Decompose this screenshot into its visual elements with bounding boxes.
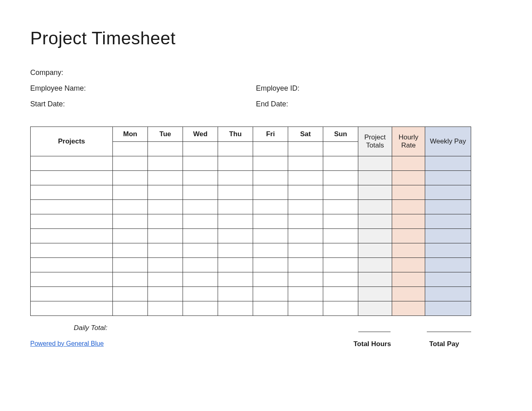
hours-cell[interactable] bbox=[253, 214, 288, 229]
project-name-cell[interactable] bbox=[31, 229, 113, 243]
hours-cell[interactable] bbox=[323, 301, 358, 316]
hours-cell[interactable] bbox=[288, 272, 323, 287]
hourly-rate-cell[interactable] bbox=[392, 287, 425, 301]
project-name-cell[interactable] bbox=[31, 156, 113, 171]
hours-cell[interactable] bbox=[148, 185, 183, 200]
hours-cell[interactable] bbox=[183, 185, 218, 200]
hours-cell[interactable] bbox=[288, 287, 323, 301]
hours-cell[interactable] bbox=[323, 185, 358, 200]
hours-cell[interactable] bbox=[218, 185, 253, 200]
project-name-cell[interactable] bbox=[31, 200, 113, 214]
hours-cell[interactable] bbox=[253, 243, 288, 258]
hours-cell[interactable] bbox=[148, 258, 183, 272]
hours-cell[interactable] bbox=[148, 214, 183, 229]
hours-cell[interactable] bbox=[218, 287, 253, 301]
project-name-cell[interactable] bbox=[31, 301, 113, 316]
hours-cell[interactable] bbox=[288, 214, 323, 229]
hours-cell[interactable] bbox=[323, 272, 358, 287]
powered-by-link[interactable]: Powered by General Blue bbox=[30, 340, 104, 347]
hours-cell[interactable] bbox=[323, 171, 358, 185]
hours-cell[interactable] bbox=[253, 171, 288, 185]
hours-cell[interactable] bbox=[218, 272, 253, 287]
hourly-rate-cell[interactable] bbox=[392, 200, 425, 214]
hours-cell[interactable] bbox=[148, 301, 183, 316]
hourly-rate-cell[interactable] bbox=[392, 214, 425, 229]
hours-cell[interactable] bbox=[183, 171, 218, 185]
hours-cell[interactable] bbox=[113, 272, 148, 287]
hours-cell[interactable] bbox=[113, 229, 148, 243]
hours-cell[interactable] bbox=[288, 185, 323, 200]
hours-cell[interactable] bbox=[288, 243, 323, 258]
hours-cell[interactable] bbox=[218, 229, 253, 243]
date-cell[interactable] bbox=[183, 142, 218, 156]
hours-cell[interactable] bbox=[218, 171, 253, 185]
hours-cell[interactable] bbox=[218, 301, 253, 316]
hours-cell[interactable] bbox=[183, 301, 218, 316]
project-name-cell[interactable] bbox=[31, 185, 113, 200]
hours-cell[interactable] bbox=[113, 243, 148, 258]
hourly-rate-cell[interactable] bbox=[392, 243, 425, 258]
hours-cell[interactable] bbox=[113, 214, 148, 229]
hours-cell[interactable] bbox=[183, 200, 218, 214]
hours-cell[interactable] bbox=[253, 301, 288, 316]
hours-cell[interactable] bbox=[253, 229, 288, 243]
hours-cell[interactable] bbox=[323, 243, 358, 258]
date-cell[interactable] bbox=[253, 142, 288, 156]
hours-cell[interactable] bbox=[183, 272, 218, 287]
hourly-rate-cell[interactable] bbox=[392, 301, 425, 316]
project-name-cell[interactable] bbox=[31, 243, 113, 258]
date-cell[interactable] bbox=[148, 142, 183, 156]
hourly-rate-cell[interactable] bbox=[392, 258, 425, 272]
hours-cell[interactable] bbox=[183, 229, 218, 243]
hours-cell[interactable] bbox=[288, 229, 323, 243]
hours-cell[interactable] bbox=[183, 243, 218, 258]
hours-cell[interactable] bbox=[148, 243, 183, 258]
hours-cell[interactable] bbox=[113, 185, 148, 200]
hours-cell[interactable] bbox=[113, 200, 148, 214]
project-name-cell[interactable] bbox=[31, 171, 113, 185]
hours-cell[interactable] bbox=[148, 287, 183, 301]
hours-cell[interactable] bbox=[113, 258, 148, 272]
date-cell[interactable] bbox=[323, 142, 358, 156]
hours-cell[interactable] bbox=[148, 156, 183, 171]
hours-cell[interactable] bbox=[183, 258, 218, 272]
hours-cell[interactable] bbox=[323, 200, 358, 214]
hours-cell[interactable] bbox=[218, 200, 253, 214]
hours-cell[interactable] bbox=[183, 156, 218, 171]
hours-cell[interactable] bbox=[148, 272, 183, 287]
hours-cell[interactable] bbox=[323, 229, 358, 243]
hours-cell[interactable] bbox=[148, 200, 183, 214]
hours-cell[interactable] bbox=[113, 301, 148, 316]
date-cell[interactable] bbox=[288, 142, 323, 156]
hours-cell[interactable] bbox=[113, 156, 148, 171]
hours-cell[interactable] bbox=[218, 156, 253, 171]
hours-cell[interactable] bbox=[288, 171, 323, 185]
hours-cell[interactable] bbox=[253, 258, 288, 272]
hours-cell[interactable] bbox=[253, 200, 288, 214]
hours-cell[interactable] bbox=[253, 156, 288, 171]
project-name-cell[interactable] bbox=[31, 272, 113, 287]
hours-cell[interactable] bbox=[113, 171, 148, 185]
hourly-rate-cell[interactable] bbox=[392, 272, 425, 287]
hours-cell[interactable] bbox=[113, 287, 148, 301]
hours-cell[interactable] bbox=[323, 214, 358, 229]
hours-cell[interactable] bbox=[323, 156, 358, 171]
hours-cell[interactable] bbox=[183, 287, 218, 301]
hourly-rate-cell[interactable] bbox=[392, 185, 425, 200]
project-name-cell[interactable] bbox=[31, 258, 113, 272]
hours-cell[interactable] bbox=[148, 171, 183, 185]
hours-cell[interactable] bbox=[253, 272, 288, 287]
hours-cell[interactable] bbox=[218, 214, 253, 229]
project-name-cell[interactable] bbox=[31, 214, 113, 229]
hourly-rate-cell[interactable] bbox=[392, 171, 425, 185]
date-cell[interactable] bbox=[218, 142, 253, 156]
date-cell[interactable] bbox=[113, 142, 148, 156]
hours-cell[interactable] bbox=[288, 258, 323, 272]
hourly-rate-cell[interactable] bbox=[392, 156, 425, 171]
hours-cell[interactable] bbox=[253, 185, 288, 200]
project-name-cell[interactable] bbox=[31, 287, 113, 301]
hours-cell[interactable] bbox=[148, 229, 183, 243]
hours-cell[interactable] bbox=[218, 243, 253, 258]
hours-cell[interactable] bbox=[288, 301, 323, 316]
hours-cell[interactable] bbox=[288, 156, 323, 171]
